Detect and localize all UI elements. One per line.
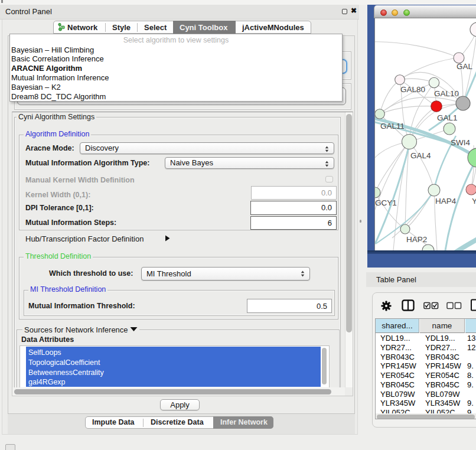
- svg-text:GCY1: GCY1: [375, 198, 397, 207]
- svg-text:SWI4: SWI4: [451, 138, 470, 147]
- svg-text:GAL10: GAL10: [434, 89, 459, 98]
- svg-text:HAP2: HAP2: [406, 235, 427, 244]
- svg-text:GAL1: GAL1: [437, 113, 458, 122]
- svg-text:GAL4: GAL4: [410, 151, 431, 160]
- svg-text:GAL: GAL: [457, 62, 473, 71]
- svg-text:GAL80: GAL80: [400, 85, 425, 94]
- svg-text:Y: Y: [472, 197, 476, 206]
- svg-text:HAP4: HAP4: [435, 197, 457, 206]
- svg-text:GAL11: GAL11: [380, 122, 405, 131]
